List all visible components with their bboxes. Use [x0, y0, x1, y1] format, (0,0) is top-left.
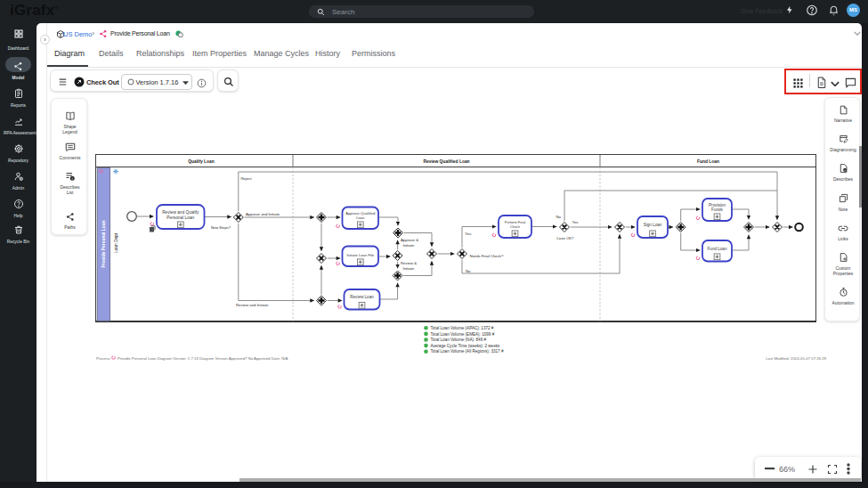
svg-text:Funds: Funds [711, 207, 723, 212]
svg-text:Provide Personal Loan Diagram: Provide Personal Loan Diagram Version: 1… [118, 356, 288, 361]
svg-text:Qualify Loan: Qualify Loan [188, 159, 215, 164]
svg-text:Provision: Provision [709, 203, 726, 207]
svg-text:Yes: Yes [572, 220, 579, 224]
svg-text:Initiate: Initiate [403, 243, 415, 248]
svg-text:Check: Check [510, 224, 520, 229]
svg-text:Loan OK?: Loan OK? [557, 236, 575, 240]
svg-text:Fund Loan: Fund Loan [708, 247, 727, 251]
svg-text:Approve &: Approve & [401, 238, 418, 242]
svg-text:Initiate: Initiate [403, 266, 415, 271]
svg-text:Fund Loan: Fund Loan [697, 159, 719, 164]
svg-text:Needs Final Check?: Needs Final Check? [470, 254, 504, 258]
svg-text:Total Loan Volume (EMEA): 1099: Total Loan Volume (EMEA): 1099 # [431, 332, 495, 337]
svg-text:New Steps?: New Steps? [211, 225, 231, 230]
svg-text:Loan Dept: Loan Dept [114, 232, 118, 253]
svg-text:Review Qualified Loan: Review Qualified Loan [423, 159, 469, 164]
svg-text:No: No [556, 215, 562, 219]
svg-text:Provide Personal Loan: Provide Personal Loan [101, 220, 106, 267]
svg-text:Last Modified: 2024-05-07 07:2: Last Modified: 2024-05-07 07:26:29 [766, 356, 826, 361]
svg-text:Sign Loan: Sign Loan [644, 223, 662, 227]
svg-text:Personal Loan: Personal Loan [166, 216, 194, 220]
svg-text:Approve and Initiate: Approve and Initiate [246, 212, 280, 216]
svg-text:Review and Qualify: Review and Qualify [162, 210, 199, 215]
svg-text:Process:: Process: [96, 356, 111, 361]
svg-text:Reject: Reject [241, 176, 253, 181]
svg-text:Average Cycle Time (weeks): 2: Average Cycle Time (weeks): 2 weeks [431, 344, 500, 348]
svg-text:Total Loan Volume (APAC): 1372: Total Loan Volume (APAC): 1372 # [431, 326, 494, 330]
svg-text:Loan: Loan [356, 216, 365, 220]
svg-text:Review Loan: Review Loan [350, 295, 374, 299]
svg-text:Initiate Loan File: Initiate Loan File [346, 253, 374, 257]
svg-text:Approve Qualified: Approve Qualified [345, 211, 376, 216]
svg-text:Total Loan Volume (NA): 846 #: Total Loan Volume (NA): 846 # [431, 338, 487, 342]
svg-text:Perform Final: Perform Final [505, 220, 525, 224]
svg-text:Review &: Review & [401, 261, 417, 265]
svg-text:Total Loan Volume (All Regions: Total Loan Volume (All Regions): 3317 # [431, 349, 504, 354]
svg-text:No: No [466, 269, 471, 273]
svg-text:Review and Initiate: Review and Initiate [236, 303, 269, 307]
svg-text:Yes: Yes [465, 232, 471, 236]
